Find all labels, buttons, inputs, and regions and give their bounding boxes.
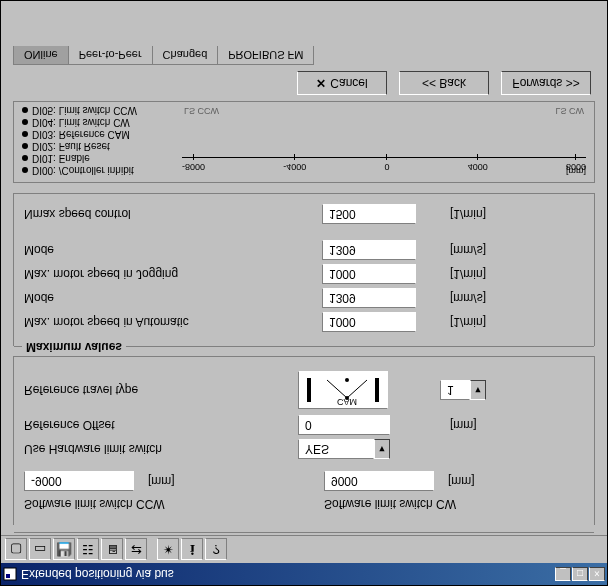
di-item: DI02: Fault Reset [22,140,182,152]
max-row-unit: [mm/s] [450,243,530,257]
hw-limit-label: Use Hardware limit switch [24,442,298,456]
ruler: -8000-4000040008000 [mm] [182,108,586,176]
config-icon[interactable]: ☷ [77,539,99,561]
new-icon[interactable]: ▢ [5,539,27,561]
ref-offset-input[interactable]: 0 [298,415,390,435]
chevron-down-icon[interactable]: ▼ [374,439,390,459]
status-dot-icon [22,143,28,149]
info-icon[interactable]: ℹ [181,539,203,561]
di-list: DI00: /Controller inhibitDI01: EnableDI0… [22,108,182,176]
sw-limit-ccw-label: Software limit switch CCW [24,497,284,511]
max-row-input[interactable]: 1500 [322,204,416,224]
max-row-label: Mode [24,291,304,305]
sw-limit-ccw-input[interactable]: -9000 [24,471,134,491]
ref-travel-diagram: CAM [298,371,388,409]
chevron-down-icon2[interactable]: ▼ [470,380,486,400]
status-dot-icon [22,119,28,125]
scale-panel: DI00: /Controller inhibitDI01: EnableDI0… [13,101,595,183]
ref-travel-select[interactable]: 1 [440,380,470,400]
di-item: DI05: Limit switch CCW [22,104,182,116]
status-dot-icon [22,155,28,161]
sw-limit-cw-label: Software limit switch CW [324,497,584,511]
tab-profibusfm[interactable]: PROFIBUS FM [217,46,314,65]
ref-travel-label: Reference travel type [24,383,298,397]
open-icon[interactable]: ▭ [29,539,51,561]
max-row-label: Max. motor speed in Automatic [24,315,304,329]
di-item: DI00: /Controller inhibit [22,164,182,176]
ls-cw-label: LS CW [555,106,584,116]
unit-mm: [mm] [148,474,175,488]
max-row-label: Nmax speed control [24,207,304,221]
window-title: Extended positioning via bus [21,567,174,581]
max-row-input[interactable]: 1309 [322,288,416,308]
ruler-unit: [mm] [566,166,586,176]
close-button[interactable]: × [589,567,605,581]
max-row-input[interactable]: 1000 [322,264,416,284]
help-icon[interactable]: ? [205,539,227,561]
ref-offset-label: Reference Offset [24,418,298,432]
max-row-unit: [mm/s] [450,291,530,305]
monitor-icon[interactable]: 🖥 [101,539,123,561]
max-row-unit: [1/min] [450,315,530,329]
app-icon [3,567,17,581]
svg-point-4 [345,396,349,400]
titlebar: Extended positioning via bus _ □ × [1,563,607,585]
back-button[interactable]: << Back [399,71,489,95]
max-row-label: Max. motor speed in Jogging [24,267,304,281]
di-item: DI04: Limit switch CW [22,116,182,128]
status-dot-icon [22,167,28,173]
di-item: DI03: Reference CAM [22,128,182,140]
unit-mm2: [mm] [448,474,475,488]
transfer-icon[interactable]: ⇄ [125,539,147,561]
max-row-input[interactable]: 1309 [322,240,416,260]
ls-ccw-label: LS CCW [184,106,219,116]
tabs: ONlinePeer-to-PeerChangedPROFIBUS FM [13,46,601,65]
svg-rect-1 [6,574,10,578]
unit-mm3: [mm] [450,418,477,432]
travel-group: Software limit switch CCW -9000 [mm] Sof… [13,356,595,525]
max-row-unit: [1/min] [450,267,530,281]
svg-line-3 [347,380,367,398]
maximize-button[interactable]: □ [572,567,588,581]
tab-changed[interactable]: Changed [152,46,219,65]
status-dot-icon [22,131,28,137]
forward-button[interactable]: Forwards >> [501,71,591,95]
sw-limit-cw-input[interactable]: 9000 [324,471,434,491]
max-row-unit: [1/min] [450,207,530,221]
minimize-button[interactable]: _ [555,567,571,581]
svg-line-2 [327,380,347,398]
hw-limit-select[interactable]: YES [298,439,374,459]
max-row-input[interactable]: 1000 [322,312,416,332]
tab-peertopeer[interactable]: Peer-to-Peer [68,46,153,65]
di-item: DI01: Enable [22,152,182,164]
status-dot-icon [22,107,28,113]
max-group-title: Maximum values [22,340,126,354]
tab-online[interactable]: ONline [13,46,69,65]
toolbar: ▢ ▭ 💾 ☷ 🖥 ⇄ ✴ ℹ ? [1,535,607,563]
svg-point-5 [345,378,349,382]
bug-icon[interactable]: ✴ [157,539,179,561]
save-icon[interactable]: 💾 [53,539,75,561]
max-values-group: Maximum values Max. motor speed in Autom… [13,193,595,346]
max-row-label: Mode [24,243,304,257]
cancel-button[interactable]: ✕Cancel [297,71,387,95]
